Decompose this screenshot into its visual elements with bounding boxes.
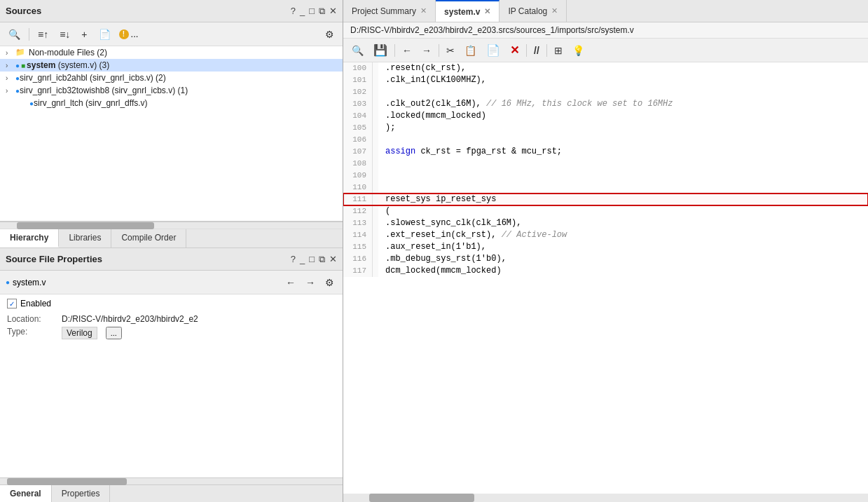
sfp-filename: ● system.v (6, 278, 279, 287)
line-content: .aux_reset_in(1'b1), (378, 241, 868, 253)
chevron-icon: › (6, 87, 15, 95)
line-number: 104 (343, 110, 373, 122)
tree-item-ltch[interactable]: ● sirv_gnrl_ltch (sirv_gnrl_dffs.v) (0, 97, 343, 109)
tab-hierarchy[interactable]: Hierarchy (0, 229, 59, 247)
line-number: 111 (343, 194, 373, 205)
warning-dots: ... (131, 29, 139, 39)
doc-button[interactable]: 📄 (96, 27, 113, 41)
line-number: 110 (343, 182, 373, 194)
sfp-filename-label: system.v (13, 278, 46, 287)
line-content (378, 86, 868, 98)
maximize-icon[interactable]: ⧉ (319, 6, 325, 17)
cut-button[interactable]: ✂ (443, 43, 457, 57)
separator (526, 44, 527, 57)
h-scrollbar-thumb (17, 222, 154, 229)
tree-item-icb2ahbl[interactable]: › ● sirv_gnrl_icb2ahbl (sirv_gnrl_icbs.v… (0, 72, 343, 84)
tab-compile-order[interactable]: Compile Order (111, 229, 186, 247)
forward-button[interactable]: → (419, 43, 434, 57)
sfp-tab-general[interactable]: General (0, 485, 52, 502)
code-line: 111 reset_sys ip_reset_sys (343, 194, 868, 205)
paste-button[interactable]: 📄 (483, 42, 503, 58)
code-line: 102 (343, 86, 868, 98)
line-gutter (373, 217, 378, 229)
line-content: .locked(mmcm_locked) (378, 110, 868, 122)
line-gutter (373, 98, 378, 110)
h-scrollbar-tree[interactable] (0, 222, 343, 229)
grid-button[interactable]: ⊞ (551, 43, 565, 57)
left-panel: Sources ? _ □ ⧉ ✕ 🔍 ≡↑ ≡↓ + 📄 ! ... ⚙ › … (0, 0, 343, 502)
back-button[interactable]: ← (283, 276, 298, 290)
tab-close-icon[interactable]: ✕ (484, 7, 490, 16)
sfp-header-icons: ? _ □ ⧉ ✕ (291, 254, 337, 265)
code-line: 116 .mb_debug_sys_rst(1'b0), (343, 253, 868, 265)
line-gutter (373, 241, 378, 253)
separator (439, 44, 439, 57)
line-gutter (373, 205, 378, 217)
line-gutter (373, 86, 378, 98)
close-icon[interactable]: ✕ (329, 6, 337, 16)
type-browse-button[interactable]: ... (106, 327, 122, 339)
separator-1 (29, 28, 29, 41)
tree-item-system[interactable]: › ● ■ system (system.v) (3) (0, 59, 343, 72)
line-content: .mb_debug_sys_rst(1'b0), (378, 253, 868, 265)
tree-item-label: sirv_gnrl_icb32towishb8 (sirv_gnrl_icbs.… (20, 86, 188, 95)
tree-item-label: sirv_gnrl_ltch (sirv_gnrl_dffs.v) (34, 98, 148, 108)
sfp-body: ✓ Enabled Location: D:/RISC-V/hbirdv2_e2… (0, 294, 343, 477)
close-icon[interactable]: ✕ (329, 254, 337, 264)
line-content (378, 182, 868, 194)
question-icon[interactable]: ? (291, 254, 296, 264)
tree-item-icb32[interactable]: › ● sirv_gnrl_icb32towishb8 (sirv_gnrl_i… (0, 84, 343, 97)
comment-button[interactable]: // (531, 43, 542, 57)
line-content: .slowest_sync_clk(clk_16M), (378, 217, 868, 229)
tab-close-icon[interactable]: ✕ (551, 6, 558, 15)
filter-up-button[interactable]: ≡↑ (35, 27, 51, 41)
code-line: 107 assign ck_rst = fpga_rst & mcu_rst; (343, 146, 868, 158)
line-number: 103 (343, 98, 373, 110)
filter-down-button[interactable]: ≡↓ (57, 27, 73, 41)
sources-header-icons: ? _ □ ⧉ ✕ (291, 6, 337, 17)
sources-title: Sources (6, 6, 41, 16)
search-button[interactable]: 🔍 (349, 43, 366, 57)
sfp-toolbar: ● system.v ← → ⚙ (0, 271, 343, 294)
h-scrollbar-code[interactable] (343, 494, 868, 502)
h-scrollbar-sfp[interactable] (0, 477, 343, 484)
gear-button[interactable]: ⚙ (322, 27, 337, 41)
minimize-icon[interactable]: _ (300, 254, 305, 264)
maximize-icon[interactable]: ⧉ (319, 254, 325, 265)
minimize-icon[interactable]: _ (300, 6, 305, 16)
sfp-tab-properties[interactable]: Properties (52, 485, 111, 502)
dot-green-icon: ■ (21, 62, 25, 69)
restore-icon[interactable]: □ (309, 6, 315, 16)
restore-icon[interactable]: □ (309, 254, 315, 264)
line-content: ( (378, 205, 868, 217)
tab-ip-catalog[interactable]: IP Catalog ✕ (500, 0, 567, 22)
line-gutter (373, 110, 378, 122)
line-number: 112 (343, 205, 373, 217)
add-button[interactable]: + (78, 27, 90, 41)
code-line: 100 .resetn(ck_rst), (343, 62, 868, 74)
code-line: 106 (343, 134, 868, 146)
tab-libraries[interactable]: Libraries (59, 229, 111, 247)
separator (394, 44, 395, 57)
tree-item-non-module[interactable]: › 📁 Non-module Files (2) (0, 46, 343, 59)
tab-project-summary[interactable]: Project Summary ✕ (343, 0, 436, 22)
code-area[interactable]: 100 .resetn(ck_rst), 101 .clk_in1(CLK100… (343, 62, 868, 494)
copy-button[interactable]: 📋 (462, 43, 479, 57)
file-path-bar: D:/RISC-V/hbirdv2_e203/hbirdv2_e203.srcs… (343, 22, 868, 39)
enabled-checkbox[interactable]: ✓ (7, 299, 17, 308)
sfp-gear-button[interactable]: ⚙ (322, 276, 337, 290)
back-button[interactable]: ← (399, 43, 415, 57)
tab-system-v[interactable]: system.v ✕ (436, 0, 500, 22)
h-scrollbar-thumb (369, 494, 474, 502)
lightbulb-button[interactable]: 💡 (570, 43, 587, 57)
line-number: 109 (343, 170, 373, 182)
type-value: Verilog (62, 327, 97, 339)
delete-button[interactable]: ✕ (507, 42, 522, 58)
tab-close-icon[interactable]: ✕ (420, 6, 427, 15)
line-gutter (373, 146, 378, 158)
search-button[interactable]: 🔍 (6, 27, 23, 41)
save-button[interactable]: 💾 (371, 42, 390, 58)
question-icon[interactable]: ? (291, 6, 296, 16)
forward-button[interactable]: → (303, 276, 318, 290)
line-number: 107 (343, 146, 373, 158)
